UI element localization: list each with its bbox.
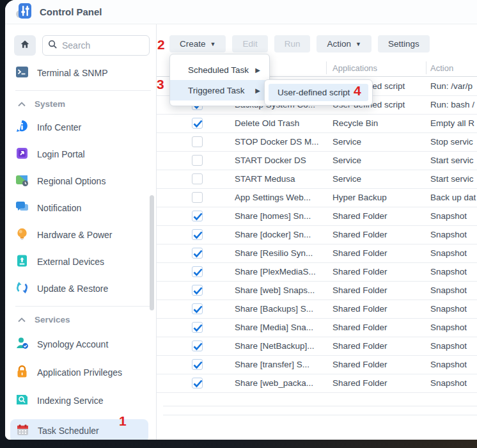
table-bottom-border — [163, 406, 477, 406]
sidebar-item-regional-options[interactable]: Regional Options — [15, 172, 150, 191]
search-field[interactable] — [62, 40, 144, 51]
sidebar-item-notification[interactable]: Notification — [15, 198, 150, 218]
create-menu: Scheduled Task ▶ Triggered Task ▶ — [169, 54, 270, 106]
sidebar-item-label: Notification — [37, 203, 81, 213]
task-name: Share [transfer] S... — [235, 360, 329, 369]
sidebar-divider — [15, 90, 151, 91]
search-icon — [48, 40, 58, 52]
submenu-arrow-icon: ▶ — [255, 67, 260, 74]
table-row[interactable]: Share [web_packa... Shared Folder Snapsh… — [157, 374, 477, 393]
task-action: Start servic — [430, 156, 477, 165]
table-row[interactable]: App Settings Web... Hyper Backup Back up… — [157, 189, 477, 207]
table-row[interactable]: Share [PlexMediaS... Shared Folder Snaps… — [157, 263, 477, 282]
sidebar-item-label: Indexing Service — [37, 396, 104, 406]
sidebar-item-info-center[interactable]: Info Center — [15, 118, 150, 137]
task-action: Snapshot — [430, 267, 477, 276]
row-checkbox[interactable] — [192, 136, 203, 147]
table-row[interactable]: STOP Docker DS M... Service Stop servic — [157, 133, 477, 152]
sidebar-item-label: External Devices — [37, 257, 104, 267]
menu-item-label: Triggered Task — [188, 86, 245, 95]
sidebar-item-application-privileges[interactable]: Application Privileges — [15, 363, 150, 382]
sidebar-item-label: Hardware & Power — [37, 230, 113, 240]
statusbar-divider — [163, 415, 477, 415]
sidebar: Terminal & SNMP System Info Center Login… — [5, 24, 156, 440]
sidebar-item-synology-account[interactable]: Synology Account — [15, 335, 150, 354]
task-name: Share [web] Snaps... — [235, 285, 329, 295]
sidebar-divider — [15, 306, 151, 307]
control-panel-app-icon — [15, 3, 32, 22]
task-app: Shared Folder — [332, 304, 425, 314]
edit-button[interactable]: Edit — [232, 35, 267, 52]
table-row[interactable]: Share [web] Snaps... Shared Folder Snaps… — [157, 282, 477, 300]
table-row[interactable]: Share [docker] Sn... Shared Folder Snaps… — [157, 226, 477, 244]
terminal-icon — [15, 65, 29, 81]
row-checkbox[interactable] — [192, 211, 203, 221]
row-checkbox[interactable] — [192, 303, 203, 314]
info-center-icon — [15, 120, 29, 135]
search-input[interactable] — [42, 35, 150, 56]
section-header-system[interactable]: System — [18, 97, 156, 110]
sidebar-item-terminal-snmp[interactable]: Terminal & SNMP — [15, 63, 150, 83]
task-app: Shared Folder — [332, 211, 425, 221]
task-name: Share [docker] Sn... — [235, 230, 329, 239]
menu-item-scheduled-task[interactable]: Scheduled Task ▶ — [170, 60, 269, 80]
table-row[interactable]: Share [Media] Sna... Shared Folder Snaps… — [157, 319, 477, 337]
sidebar-scrollbar[interactable] — [150, 195, 154, 310]
column-header-action[interactable]: Action — [430, 63, 453, 73]
row-checkbox[interactable] — [192, 192, 203, 203]
row-checkbox[interactable] — [192, 155, 203, 166]
table-row[interactable]: Share [homes] Sn... Shared Folder Snapsh… — [157, 207, 477, 226]
sidebar-item-indexing-service[interactable]: Indexing Service — [15, 391, 150, 410]
table-row[interactable]: START Docker DS Service Start servic — [157, 152, 477, 170]
task-app: Service — [332, 156, 425, 165]
sidebar-item-label: Task Scheduler — [38, 426, 99, 436]
submenu-arrow-icon: ▶ — [255, 87, 260, 94]
sidebar-item-external-devices[interactable]: External Devices — [15, 252, 150, 271]
row-checkbox[interactable] — [192, 359, 203, 370]
sidebar-item-task-scheduler[interactable]: Task Scheduler — [10, 419, 148, 440]
row-checkbox[interactable] — [192, 285, 203, 296]
chevron-up-icon — [18, 315, 26, 324]
column-header-applications[interactable]: Applications — [332, 63, 377, 73]
table-row[interactable]: Share [transfer] S... Shared Folder Snap… — [157, 356, 477, 374]
sidebar-item-hardware-power[interactable]: Hardware & Power — [15, 225, 150, 244]
task-name: Share [NetBackup]... — [235, 341, 329, 351]
task-name: Share [homes] Sn... — [235, 211, 329, 221]
sidebar-item-label: Update & Restore — [37, 284, 108, 294]
task-action: Stop servic — [430, 137, 477, 147]
action-button[interactable]: Action ▼ — [317, 35, 371, 52]
row-checkbox[interactable] — [192, 173, 203, 184]
menu-item-triggered-task[interactable]: Triggered Task ▶ — [170, 80, 269, 100]
task-action: Snapshot — [430, 230, 477, 239]
row-checkbox[interactable] — [192, 266, 203, 277]
indexing-icon — [15, 393, 29, 408]
row-checkbox[interactable] — [192, 378, 203, 388]
settings-button[interactable]: Settings — [378, 35, 430, 52]
notification-icon — [15, 200, 29, 216]
row-checkbox[interactable] — [192, 340, 203, 351]
task-action: Back up dat — [430, 193, 477, 202]
sidebar-item-label: Regional Options — [37, 176, 106, 186]
lock-icon — [15, 365, 29, 380]
task-app: Shared Folder — [332, 248, 425, 258]
task-app: Recycle Bin — [332, 118, 425, 128]
table-row[interactable]: Delete Old Trash Recycle Bin Empty all R — [157, 115, 477, 133]
row-checkbox[interactable] — [192, 248, 203, 259]
check-icon — [193, 250, 203, 258]
sidebar-item-login-portal[interactable]: Login Portal — [15, 145, 150, 164]
section-header-services[interactable]: Services — [18, 313, 156, 326]
create-button[interactable]: Create ▼ — [169, 35, 226, 52]
table-row[interactable]: Share [Resilio Syn... Shared Folder Snap… — [157, 244, 477, 263]
check-icon — [193, 287, 203, 295]
task-app: Shared Folder — [332, 230, 425, 239]
table-row[interactable]: Share [NetBackup]... Shared Folder Snaps… — [157, 337, 477, 356]
run-button[interactable]: Run — [274, 35, 311, 52]
table-row[interactable]: Share [Backups] S... Shared Folder Snaps… — [157, 300, 477, 319]
table-row[interactable]: START Medusa Service Start servic — [157, 170, 477, 189]
row-checkbox[interactable] — [192, 229, 203, 240]
check-icon — [193, 212, 203, 221]
sidebar-item-update-restore[interactable]: Update & Restore — [15, 279, 150, 298]
home-button[interactable] — [14, 35, 36, 56]
row-checkbox[interactable] — [192, 118, 203, 129]
row-checkbox[interactable] — [192, 322, 203, 333]
